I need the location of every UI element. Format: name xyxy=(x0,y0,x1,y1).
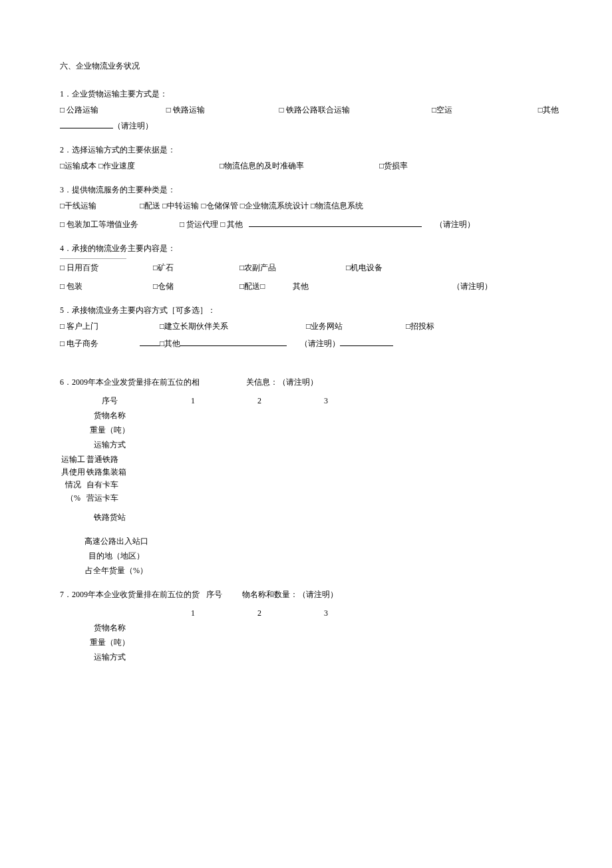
q6: 6．2009年本企业发货量排在前五位的相 关信息：（请注明） 序号 1 2 3 … xyxy=(60,376,559,576)
q3: 3．提供物流服务的主要种类是： □干线运输 □配送 □中转运输 □仓储保管 □企… xyxy=(60,184,559,230)
q2-opt-loss[interactable]: □货损率 xyxy=(379,160,408,172)
q5-opt-bid[interactable]: □招投标 xyxy=(406,320,434,332)
q3-opt-agent-other[interactable]: □ 货运代理 □ 其他 xyxy=(180,218,243,230)
q7: 7．2009年本企业收货量排在前五位的货 序号 物名称和数量：（请注明） 1 2… xyxy=(60,588,559,663)
q3-other-blank[interactable] xyxy=(249,218,422,227)
q4-opt-mech[interactable]: □机电设备 xyxy=(346,262,382,274)
q7-row-mode: 运输方式 xyxy=(60,651,160,663)
q7-col-2: 2 xyxy=(226,607,293,619)
q7-row-weight: 重量（吨） xyxy=(60,636,160,648)
q6-tool-container: 铁路集装箱 xyxy=(86,466,126,479)
q6-intro-left: 6．2009年本企业发货量排在前五位的相 xyxy=(60,376,200,388)
q6-tool-rail: 普通铁路 xyxy=(86,453,126,466)
q3-opt-valueadd[interactable]: □ 包装加工等增值业务 xyxy=(60,218,180,230)
q2-title: 2．选择运输方式的主要依据是： xyxy=(60,144,559,156)
q7-intro-left: 7．2009年本企业收货量排在前五位的货 xyxy=(60,588,200,600)
q5-blank1[interactable] xyxy=(140,337,160,346)
q6-row-pct: 占全年货量（%） xyxy=(60,564,173,576)
q7-hdr-label: 序号 xyxy=(206,588,222,600)
q7-col-1: 1 xyxy=(160,607,226,619)
q6-intro-right: 关信息：（请注明） xyxy=(246,376,318,388)
q4-opt-store[interactable]: □仓储 xyxy=(153,280,239,292)
q1-opt-road[interactable]: □ 公路运输 xyxy=(60,104,166,116)
q1-opt-other[interactable]: □其他 xyxy=(538,104,559,116)
q7-intro-right: 物名称和数量：（请注明） xyxy=(242,588,338,600)
q5-opt-site[interactable]: □业务网站 xyxy=(306,320,406,332)
q7-col-3: 3 xyxy=(293,607,359,619)
q5-opt-other[interactable]: □其他 xyxy=(160,337,180,349)
q6-tool-op: 营运卡车 xyxy=(86,492,126,505)
q6-row-weight: 重量（吨） xyxy=(60,424,160,436)
q7-row-name: 货物名称 xyxy=(60,622,160,634)
q5-opt-ecom[interactable]: □ 电子商务 xyxy=(60,337,140,349)
q1-opt-rail[interactable]: □ 铁路运输 xyxy=(166,104,279,116)
q6-row-exit: 高速公路出入站口 xyxy=(60,535,173,547)
q6-tool-own: 自有卡车 xyxy=(86,479,126,491)
q4-opt-ore[interactable]: □矿石 xyxy=(153,262,239,274)
q6-hdr-label: 序号 xyxy=(60,395,160,407)
q6-tool-group: 运输工具使用情况（% xyxy=(60,453,86,505)
q5-note: （请注明） xyxy=(300,337,340,349)
q5-opt-partner[interactable]: □建立长期伙伴关系 xyxy=(160,320,306,332)
q3-title: 3．提供物流服务的主要种类是： xyxy=(60,184,559,196)
q4-title: 4．承接的物流业务主要内容是： xyxy=(60,242,559,254)
q4-note: （请注明） xyxy=(452,280,492,292)
q4: 4．承接的物流业务主要内容是： □ 日用百货 □矿石 □农副产品 □机电设备 □… xyxy=(60,242,559,292)
q1: 1．企业货物运输主要方式是： □ 公路运输 □ 铁路运输 □ 铁路公路联合运输 … xyxy=(60,88,559,132)
q6-row-name: 货物名称 xyxy=(60,409,160,421)
q4-opt-daily[interactable]: □ 日用百货 xyxy=(60,262,153,274)
q5-blank2[interactable] xyxy=(180,337,287,346)
q2-opt-info[interactable]: □物流信息的及时准确率 xyxy=(220,160,379,172)
q1-opt-combined[interactable]: □ 铁路公路联合运输 xyxy=(279,104,432,116)
q1-opt-air[interactable]: □空运 xyxy=(432,104,538,116)
q2-opt-cost-speed[interactable]: □运输成本 □作业速度 xyxy=(60,160,220,172)
q1-note: （请注明） xyxy=(113,120,153,132)
q1-title: 1．企业货物运输主要方式是： xyxy=(60,88,559,100)
q6-row-mode: 运输方式 xyxy=(60,439,160,451)
q5-blank3[interactable] xyxy=(340,337,393,346)
q4-opt-pack[interactable]: □ 包装 xyxy=(60,280,153,292)
q2: 2．选择运输方式的主要依据是： □运输成本 □作业速度 □物流信息的及时准确率 … xyxy=(60,144,559,172)
q3-opt-multi[interactable]: □配送 □中转运输 □仓储保管 □企业物流系统设计 □物流信息系统 xyxy=(140,200,363,212)
q5-title: 5．承接物流业务主要内容方式［可多选］： xyxy=(60,304,559,316)
q6-col-3: 3 xyxy=(293,395,359,407)
q6-row-station: 铁路货站 xyxy=(60,511,160,523)
q4-opt-deliver[interactable]: □配送□ xyxy=(239,280,293,292)
q4-opt-agri[interactable]: □农副产品 xyxy=(239,262,346,274)
q1-other-blank[interactable] xyxy=(60,120,113,128)
q6-row-dest: 目的地（地区） xyxy=(60,550,173,562)
q6-col-1: 1 xyxy=(160,395,226,407)
section-title: 六、企业物流业务状况 xyxy=(60,60,559,72)
q3-opt-trunk[interactable]: □干线运输 xyxy=(60,200,140,212)
q5: 5．承接物流业务主要内容方式［可多选］： □ 客户上门 □建立长期伙伴关系 □业… xyxy=(60,304,559,349)
q6-col-2: 2 xyxy=(226,395,293,407)
q4-opt-other[interactable]: 其他 xyxy=(293,280,452,292)
q5-opt-visit[interactable]: □ 客户上门 xyxy=(60,320,160,332)
q3-note: （请注明） xyxy=(435,218,475,230)
